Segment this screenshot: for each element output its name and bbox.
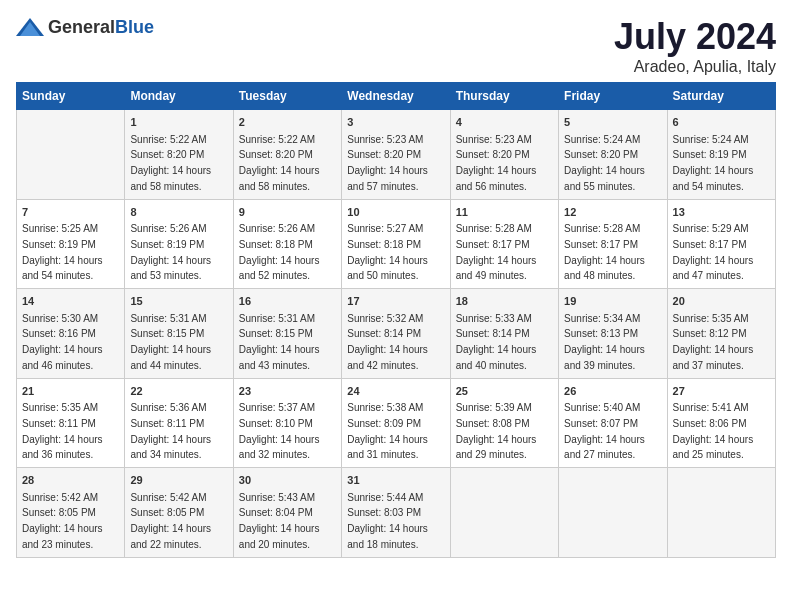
table-row (450, 468, 558, 558)
cell-text: Sunrise: 5:42 AMSunset: 8:05 PMDaylight:… (130, 492, 211, 550)
day-number: 10 (347, 204, 444, 221)
cell-text: Sunrise: 5:33 AMSunset: 8:14 PMDaylight:… (456, 313, 537, 371)
page-container: GeneralBlue July 2024 Aradeo, Apulia, It… (0, 0, 792, 568)
table-row: 6Sunrise: 5:24 AMSunset: 8:19 PMDaylight… (667, 110, 775, 200)
calendar-header-row: Sunday Monday Tuesday Wednesday Thursday… (17, 83, 776, 110)
day-number: 20 (673, 293, 770, 310)
header-tuesday: Tuesday (233, 83, 341, 110)
day-number: 3 (347, 114, 444, 131)
table-row: 17Sunrise: 5:32 AMSunset: 8:14 PMDayligh… (342, 289, 450, 379)
table-row: 7Sunrise: 5:25 AMSunset: 8:19 PMDaylight… (17, 199, 125, 289)
table-row: 19Sunrise: 5:34 AMSunset: 8:13 PMDayligh… (559, 289, 667, 379)
day-number: 29 (130, 472, 227, 489)
cell-text: Sunrise: 5:28 AMSunset: 8:17 PMDaylight:… (456, 223, 537, 281)
cell-text: Sunrise: 5:27 AMSunset: 8:18 PMDaylight:… (347, 223, 428, 281)
calendar-week-row: 28Sunrise: 5:42 AMSunset: 8:05 PMDayligh… (17, 468, 776, 558)
day-number: 22 (130, 383, 227, 400)
day-number: 18 (456, 293, 553, 310)
day-number: 15 (130, 293, 227, 310)
day-number: 25 (456, 383, 553, 400)
calendar-week-row: 21Sunrise: 5:35 AMSunset: 8:11 PMDayligh… (17, 378, 776, 468)
cell-text: Sunrise: 5:31 AMSunset: 8:15 PMDaylight:… (130, 313, 211, 371)
day-number: 24 (347, 383, 444, 400)
cell-text: Sunrise: 5:32 AMSunset: 8:14 PMDaylight:… (347, 313, 428, 371)
table-row: 10Sunrise: 5:27 AMSunset: 8:18 PMDayligh… (342, 199, 450, 289)
day-number: 30 (239, 472, 336, 489)
table-row: 21Sunrise: 5:35 AMSunset: 8:11 PMDayligh… (17, 378, 125, 468)
day-number: 5 (564, 114, 661, 131)
day-number: 28 (22, 472, 119, 489)
calendar-table: Sunday Monday Tuesday Wednesday Thursday… (16, 82, 776, 558)
table-row: 28Sunrise: 5:42 AMSunset: 8:05 PMDayligh… (17, 468, 125, 558)
day-number: 11 (456, 204, 553, 221)
cell-text: Sunrise: 5:44 AMSunset: 8:03 PMDaylight:… (347, 492, 428, 550)
table-row: 20Sunrise: 5:35 AMSunset: 8:12 PMDayligh… (667, 289, 775, 379)
cell-text: Sunrise: 5:24 AMSunset: 8:20 PMDaylight:… (564, 134, 645, 192)
table-row: 8Sunrise: 5:26 AMSunset: 8:19 PMDaylight… (125, 199, 233, 289)
day-number: 14 (22, 293, 119, 310)
header-sunday: Sunday (17, 83, 125, 110)
cell-text: Sunrise: 5:42 AMSunset: 8:05 PMDaylight:… (22, 492, 103, 550)
day-number: 16 (239, 293, 336, 310)
cell-text: Sunrise: 5:26 AMSunset: 8:19 PMDaylight:… (130, 223, 211, 281)
cell-text: Sunrise: 5:37 AMSunset: 8:10 PMDaylight:… (239, 402, 320, 460)
table-row: 24Sunrise: 5:38 AMSunset: 8:09 PMDayligh… (342, 378, 450, 468)
table-row: 23Sunrise: 5:37 AMSunset: 8:10 PMDayligh… (233, 378, 341, 468)
cell-text: Sunrise: 5:35 AMSunset: 8:11 PMDaylight:… (22, 402, 103, 460)
table-row: 30Sunrise: 5:43 AMSunset: 8:04 PMDayligh… (233, 468, 341, 558)
subtitle: Aradeo, Apulia, Italy (614, 58, 776, 76)
header-friday: Friday (559, 83, 667, 110)
logo: GeneralBlue (16, 16, 154, 38)
cell-text: Sunrise: 5:26 AMSunset: 8:18 PMDaylight:… (239, 223, 320, 281)
day-number: 17 (347, 293, 444, 310)
cell-text: Sunrise: 5:23 AMSunset: 8:20 PMDaylight:… (456, 134, 537, 192)
calendar-week-row: 14Sunrise: 5:30 AMSunset: 8:16 PMDayligh… (17, 289, 776, 379)
table-row: 15Sunrise: 5:31 AMSunset: 8:15 PMDayligh… (125, 289, 233, 379)
day-number: 31 (347, 472, 444, 489)
cell-text: Sunrise: 5:22 AMSunset: 8:20 PMDaylight:… (130, 134, 211, 192)
logo-blue: Blue (115, 17, 154, 37)
day-number: 2 (239, 114, 336, 131)
cell-text: Sunrise: 5:35 AMSunset: 8:12 PMDaylight:… (673, 313, 754, 371)
table-row: 12Sunrise: 5:28 AMSunset: 8:17 PMDayligh… (559, 199, 667, 289)
day-number: 23 (239, 383, 336, 400)
header-row: GeneralBlue July 2024 Aradeo, Apulia, It… (16, 16, 776, 76)
cell-text: Sunrise: 5:30 AMSunset: 8:16 PMDaylight:… (22, 313, 103, 371)
day-number: 27 (673, 383, 770, 400)
cell-text: Sunrise: 5:38 AMSunset: 8:09 PMDaylight:… (347, 402, 428, 460)
cell-text: Sunrise: 5:23 AMSunset: 8:20 PMDaylight:… (347, 134, 428, 192)
table-row: 9Sunrise: 5:26 AMSunset: 8:18 PMDaylight… (233, 199, 341, 289)
logo-general: General (48, 17, 115, 37)
table-row: 13Sunrise: 5:29 AMSunset: 8:17 PMDayligh… (667, 199, 775, 289)
header-saturday: Saturday (667, 83, 775, 110)
table-row: 1Sunrise: 5:22 AMSunset: 8:20 PMDaylight… (125, 110, 233, 200)
cell-text: Sunrise: 5:24 AMSunset: 8:19 PMDaylight:… (673, 134, 754, 192)
day-number: 12 (564, 204, 661, 221)
cell-text: Sunrise: 5:34 AMSunset: 8:13 PMDaylight:… (564, 313, 645, 371)
cell-text: Sunrise: 5:36 AMSunset: 8:11 PMDaylight:… (130, 402, 211, 460)
header-wednesday: Wednesday (342, 83, 450, 110)
calendar-week-row: 1Sunrise: 5:22 AMSunset: 8:20 PMDaylight… (17, 110, 776, 200)
header-monday: Monday (125, 83, 233, 110)
table-row: 27Sunrise: 5:41 AMSunset: 8:06 PMDayligh… (667, 378, 775, 468)
table-row: 14Sunrise: 5:30 AMSunset: 8:16 PMDayligh… (17, 289, 125, 379)
cell-text: Sunrise: 5:25 AMSunset: 8:19 PMDaylight:… (22, 223, 103, 281)
table-row: 22Sunrise: 5:36 AMSunset: 8:11 PMDayligh… (125, 378, 233, 468)
day-number: 8 (130, 204, 227, 221)
table-row: 29Sunrise: 5:42 AMSunset: 8:05 PMDayligh… (125, 468, 233, 558)
table-row: 16Sunrise: 5:31 AMSunset: 8:15 PMDayligh… (233, 289, 341, 379)
table-row (559, 468, 667, 558)
day-number: 7 (22, 204, 119, 221)
cell-text: Sunrise: 5:28 AMSunset: 8:17 PMDaylight:… (564, 223, 645, 281)
day-number: 4 (456, 114, 553, 131)
day-number: 19 (564, 293, 661, 310)
logo-text: GeneralBlue (48, 17, 154, 38)
day-number: 13 (673, 204, 770, 221)
title-block: July 2024 Aradeo, Apulia, Italy (614, 16, 776, 76)
day-number: 6 (673, 114, 770, 131)
table-row: 2Sunrise: 5:22 AMSunset: 8:20 PMDaylight… (233, 110, 341, 200)
table-row (17, 110, 125, 200)
cell-text: Sunrise: 5:41 AMSunset: 8:06 PMDaylight:… (673, 402, 754, 460)
cell-text: Sunrise: 5:43 AMSunset: 8:04 PMDaylight:… (239, 492, 320, 550)
cell-text: Sunrise: 5:31 AMSunset: 8:15 PMDaylight:… (239, 313, 320, 371)
